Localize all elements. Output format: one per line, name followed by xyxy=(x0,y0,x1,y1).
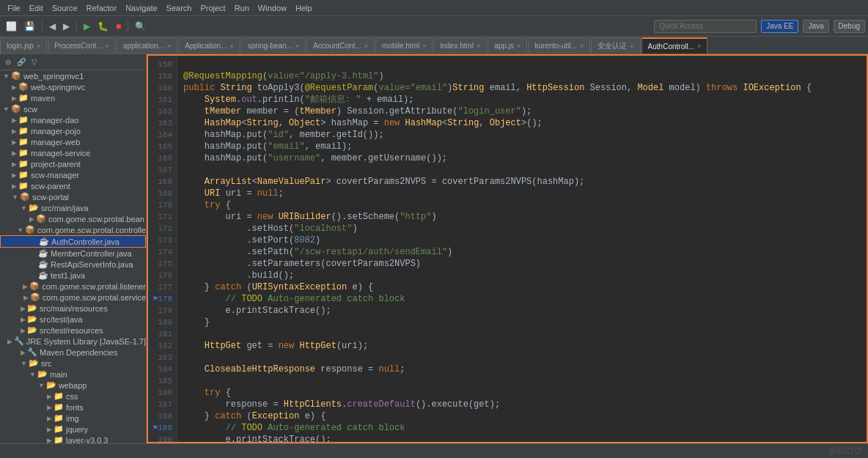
sidebar-item-manager-web[interactable]: ▶ 📁 manager-web xyxy=(0,136,146,147)
tab-springbean[interactable]: spring-bean... × xyxy=(241,37,306,53)
sidebar-item-src-main-java[interactable]: ▼ 📂 src/main/java xyxy=(0,202,146,213)
tab-mobilehtml-close[interactable]: × xyxy=(422,43,426,50)
sidebar-item-manager-dao[interactable]: ▶ 📁 manager-dao xyxy=(0,114,146,125)
toolbar-search-btn[interactable]: 🔍 xyxy=(132,20,149,33)
library-icon: 🔧 xyxy=(27,347,37,357)
tab-indexhtml[interactable]: index.html × xyxy=(433,37,487,53)
sidebar-item-service-pkg[interactable]: ▶ 📦 com.gome.scw.protal.service xyxy=(0,292,146,303)
tab-application2[interactable]: Application... × xyxy=(178,37,240,53)
sidebar-item-css[interactable]: ▶ 📁 css xyxy=(0,391,146,402)
tab-accountcont-close[interactable]: × xyxy=(364,43,368,50)
tab-kurento[interactable]: kurento-util... × xyxy=(528,37,590,53)
expand-arrow: ▶ xyxy=(12,182,17,190)
sidebar-item-web-springmvc1[interactable]: ▼ 📦 web_springmvc1 xyxy=(0,70,146,81)
sidebar-link-btn[interactable]: 🔗 xyxy=(15,57,28,67)
tab-authcontroller-close[interactable]: × xyxy=(697,43,701,50)
toolbar-fwd-btn[interactable]: ▶ xyxy=(60,20,73,33)
sidebar-item-jquery[interactable]: ▶ 📁 jquery xyxy=(0,424,146,435)
tab-secauth[interactable]: 安全认证 × xyxy=(591,37,640,53)
toolbar-save-btn[interactable]: 💾 xyxy=(21,20,38,33)
tab-application1-close[interactable]: × xyxy=(167,43,171,50)
menu-search[interactable]: Search xyxy=(162,4,196,12)
tab-application1[interactable]: application... × xyxy=(117,37,177,53)
tab-authcontroller[interactable]: AuthControll... × xyxy=(641,37,708,53)
sidebar-item-src-test-java[interactable]: ▶ 📂 src/test/java xyxy=(0,314,146,325)
menu-run[interactable]: Run xyxy=(230,4,254,12)
sidebar-item-listener-pkg[interactable]: ▶ 📦 com.gome.scw.protal.listener xyxy=(0,281,146,292)
tab-processcont-close[interactable]: × xyxy=(106,43,109,50)
toolbar-new-btn[interactable]: ⬜ xyxy=(3,20,20,33)
sidebar-item-layer[interactable]: ▶ 📁 layer-v3.0.3 xyxy=(0,435,146,443)
sidebar-item-scw-portal[interactable]: ▼ 📦 scw-portal xyxy=(0,191,146,202)
menu-project[interactable]: Project xyxy=(196,4,229,12)
tab-application2-close[interactable]: × xyxy=(230,43,234,50)
sidebar-item-scw[interactable]: ▼ 📦 scw xyxy=(0,103,146,114)
package-icon: 📦 xyxy=(25,225,35,234)
sidebar-item-bean-pkg[interactable]: ▶ 📦 com.gome.scw.protal.bean xyxy=(0,213,146,224)
tab-appjs-close[interactable]: × xyxy=(517,43,521,50)
ln-167: 167 xyxy=(148,164,177,176)
expand-arrow: ▼ xyxy=(38,382,45,389)
menu-help[interactable]: Help xyxy=(291,4,317,12)
tab-accountcont[interactable]: AccountCont... × xyxy=(306,37,375,53)
menu-file[interactable]: File xyxy=(3,4,25,12)
toolbar-back-btn[interactable]: ◀ xyxy=(46,20,59,33)
sidebar-menu-btn[interactable]: ▽ xyxy=(29,57,40,67)
sidebar-item-scw-manager[interactable]: ▶ 📁 scw-manager xyxy=(0,169,146,180)
code-scroll[interactable]: 158 159 160 161 162 163 164 165 166 167 … xyxy=(148,56,867,442)
menu-navigate[interactable]: Navigate xyxy=(121,4,161,12)
menu-refactor[interactable]: Refactor xyxy=(82,4,122,12)
perspective-java-btn[interactable]: Java xyxy=(803,20,828,33)
sidebar-item-src-main-resources[interactable]: ▶ 📂 src/main/resources xyxy=(0,303,146,314)
sidebar-item-src-test-resources[interactable]: ▶ 📂 src/test/resources xyxy=(0,325,146,336)
sidebar-item-maven-deps[interactable]: ▶ 🔧 Maven Dependencies xyxy=(0,347,146,358)
sidebar-item-controller-pkg[interactable]: ▼ 📦 com.gome.scw.protal.controlle xyxy=(0,224,146,235)
sidebar-item-src[interactable]: ▼ 📂 src xyxy=(0,358,146,369)
toolbar-stop-btn[interactable]: ■ xyxy=(113,20,124,33)
quick-access-input[interactable] xyxy=(654,20,757,33)
tab-mobilehtml[interactable]: mobile.html × xyxy=(375,37,433,53)
tab-processcont[interactable]: ProcessCont... × xyxy=(48,37,116,53)
sidebar-item-membercontroller[interactable]: ☕ MemberController.java xyxy=(0,248,146,259)
tab-login-close[interactable]: × xyxy=(37,43,40,50)
sidebar-item-authcontroller[interactable]: ☕ AuthController.java xyxy=(0,235,146,248)
sidebar-item-managet-service[interactable]: ▶ 📁 managet-service xyxy=(0,147,146,158)
ln-174: 174 xyxy=(148,246,177,258)
tab-kurento-close[interactable]: × xyxy=(580,43,584,50)
sidebar-item-jre[interactable]: ▶ 🔧 JRE System Library [JavaSE-1.7] xyxy=(0,336,146,347)
menu-source[interactable]: Source xyxy=(48,4,82,12)
sidebar-item-label: MemberController.java xyxy=(51,249,132,258)
sidebar-item-webapp[interactable]: ▼ 📂 webapp xyxy=(0,380,146,391)
tab-springbean-close[interactable]: × xyxy=(295,43,299,50)
tab-login[interactable]: login.jsp × xyxy=(0,37,47,53)
sidebar-item-web-springmvc[interactable]: ▶ 📦 web-springmvc xyxy=(0,81,146,92)
sidebar-item-label: img xyxy=(66,414,79,423)
toolbar-run-btn[interactable]: ▶ xyxy=(81,20,93,33)
perspective-javaee-btn[interactable]: Java EE xyxy=(761,20,798,33)
tab-appjs[interactable]: app.js × xyxy=(488,37,527,53)
sidebar-item-test1[interactable]: ☕ test1.java xyxy=(0,270,146,281)
tab-secauth-close[interactable]: × xyxy=(630,43,633,50)
tab-springbean-label: spring-bean... xyxy=(248,42,293,50)
sidebar-collapse-btn[interactable]: ⊖ xyxy=(3,57,13,67)
ln-166: 166 xyxy=(148,152,177,164)
expand-arrow: ▼ xyxy=(17,226,23,234)
toolbar-debug-btn[interactable]: 🐛 xyxy=(95,20,111,33)
sidebar-item-fonts[interactable]: ▶ 📁 fonts xyxy=(0,402,146,413)
ln-184: 184 xyxy=(148,363,177,375)
sidebar-item-scw-parent[interactable]: ▶ 📁 scw-parent xyxy=(0,180,146,191)
sidebar-item-project-parent[interactable]: ▶ 📁 project-parent xyxy=(0,158,146,169)
menu-edit[interactable]: Edit xyxy=(25,4,48,12)
sidebar-item-restapiserver[interactable]: ☕ RestApiServerInfo.java xyxy=(0,259,146,270)
sidebar-item-img[interactable]: ▶ 📁 img xyxy=(0,413,146,424)
tab-indexhtml-close[interactable]: × xyxy=(477,43,480,50)
sidebar-item-maven[interactable]: ▶ 📁 maven xyxy=(0,92,146,103)
sidebar-item-manager-pojo[interactable]: ▶ 📁 manager-pojo xyxy=(0,125,146,136)
perspective-debug-btn[interactable]: Debug xyxy=(834,20,865,33)
java-file-icon: ☕ xyxy=(39,237,49,246)
sidebar-item-main[interactable]: ▼ 📂 main xyxy=(0,369,146,380)
code-line-187: response = HttpClients.createDefault().e… xyxy=(183,399,861,410)
code-editor[interactable]: 158 159 160 161 162 163 164 165 166 167 … xyxy=(147,54,868,443)
menu-window[interactable]: Window xyxy=(254,4,291,12)
sidebar-item-label: manager-pojo xyxy=(31,127,81,136)
